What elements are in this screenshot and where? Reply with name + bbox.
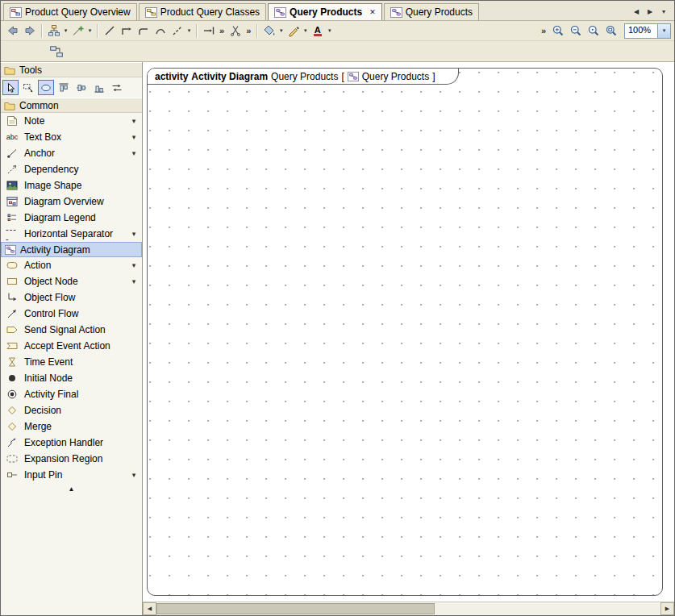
palette-item-send-signal-action[interactable]: Send Signal Action	[1, 322, 142, 338]
palette-item-time-event[interactable]: Time Event	[1, 354, 142, 370]
back-button[interactable]	[4, 23, 21, 40]
chevron-down-icon[interactable]: ▾	[130, 471, 138, 479]
palette-item-initial-node[interactable]: Initial Node	[1, 370, 142, 386]
palette-item-object-flow[interactable]: Object Flow	[1, 289, 142, 306]
diagram-surface[interactable]: activity Activity Diagram Query Products…	[143, 62, 674, 601]
curved-path-button[interactable]	[152, 23, 169, 40]
tab-query-products-active[interactable]: Query Products ✕	[268, 3, 382, 20]
palette-item-anchor[interactable]: Anchor ▾	[1, 145, 142, 161]
font-color-icon: A	[314, 26, 322, 36]
scrollbar-track[interactable]	[156, 602, 660, 615]
control-flow-icon	[6, 307, 19, 320]
related-elements-button[interactable]	[48, 43, 65, 60]
pointer-tool-button[interactable]	[2, 80, 19, 95]
tab-list-button[interactable]: ▾	[658, 6, 669, 17]
back-arrow-icon	[6, 24, 19, 37]
split-path-button[interactable]	[227, 23, 244, 40]
palette-item-label: Object Node	[24, 276, 78, 287]
chevron-down-icon[interactable]: ▾	[130, 230, 138, 238]
palette-item-dependency[interactable]: Dependency	[1, 161, 142, 177]
marquee-select-tool-button[interactable]	[20, 80, 36, 95]
scroll-left-button[interactable]: ◀	[143, 602, 156, 615]
swap-layout-tool-button[interactable]	[109, 80, 125, 95]
chevron-down-icon[interactable]: ▾	[185, 23, 193, 40]
close-tab-icon[interactable]: ✕	[369, 8, 376, 16]
zoom-actual-button[interactable]	[585, 23, 602, 40]
zoom-level-value[interactable]: 100%	[625, 24, 657, 38]
tools-section-header[interactable]: Tools	[1, 62, 142, 77]
palette-item-control-flow[interactable]: Control Flow	[1, 306, 142, 322]
chevron-down-icon[interactable]: ▾	[277, 23, 285, 40]
horizontal-scrollbar[interactable]: ◀ ▶	[143, 601, 674, 615]
tab-query-products[interactable]: Query Products	[384, 3, 479, 20]
frame-keyword: activity	[155, 71, 188, 82]
chevron-down-icon[interactable]: ▾	[302, 23, 309, 40]
overflow-chevron-icon[interactable]: »	[219, 26, 224, 35]
palette-item-diagram-legend[interactable]: Diagram Legend	[1, 210, 142, 226]
common-section-header[interactable]: Common	[1, 98, 142, 113]
tab-product-query-overview[interactable]: Product Query Overview	[3, 3, 137, 20]
palette-item-accept-event-action[interactable]: Accept Event Action	[1, 338, 142, 354]
overview-diagram-icon	[10, 6, 22, 19]
diagram-canvas: activity Activity Diagram Query Products…	[143, 62, 674, 615]
zoom-in-button[interactable]	[549, 23, 566, 40]
align-middle-tool-button[interactable]	[73, 80, 90, 95]
toolbar-separator	[41, 24, 42, 38]
overflow-chevron-icon[interactable]: »	[541, 26, 546, 35]
chevron-down-icon[interactable]: ▾	[130, 149, 138, 157]
dashed-path-button[interactable]	[169, 23, 185, 40]
overflow-chevron-icon[interactable]: »	[246, 26, 251, 35]
scrollbar-thumb[interactable]	[156, 603, 435, 614]
activity-diagram-frame[interactable]: activity Activity Diagram Query Products…	[147, 68, 663, 596]
palette-item-object-node[interactable]: Object Node ▾	[1, 273, 142, 289]
palette-item-exception-handler[interactable]: Exception Handler	[1, 435, 142, 451]
palette-item-decision[interactable]: Decision	[1, 402, 142, 418]
palette-item-activity-final[interactable]: Activity Final	[1, 386, 142, 402]
palette-item-merge[interactable]: Merge	[1, 418, 142, 435]
scroll-right-button[interactable]: ▶	[660, 602, 674, 615]
palette-item-image-shape[interactable]: Image Shape	[1, 177, 142, 194]
zoom-out-button[interactable]	[567, 23, 584, 40]
chevron-down-icon[interactable]: ▾	[326, 23, 333, 40]
palette-item-action[interactable]: Action ▾	[1, 257, 142, 273]
scroll-tabs-right-button[interactable]: ▶	[644, 6, 656, 17]
palette-item-label: Diagram Legend	[24, 212, 96, 223]
palette-scroll-up-button[interactable]: ▲	[1, 483, 142, 494]
tree-layout-button[interactable]	[45, 23, 62, 40]
chevron-down-icon[interactable]: ▾	[130, 117, 138, 125]
scroll-tabs-left-button[interactable]: ◀	[631, 6, 642, 17]
oblique-path-button[interactable]	[101, 23, 118, 40]
chevron-down-icon[interactable]: ▾	[130, 277, 138, 285]
tab-product-query-classes[interactable]: Product Query Classes	[139, 3, 266, 20]
chevron-down-icon[interactable]: ▾	[130, 133, 138, 141]
combo-dropdown-button[interactable]: ▾	[657, 24, 670, 38]
palette-item-note[interactable]: Note ▾	[1, 113, 142, 129]
activity-diagram-section-header[interactable]: Activity Diagram	[1, 242, 142, 257]
zoom-level-combobox[interactable]: 100% ▾	[624, 23, 671, 39]
oval-tool-button[interactable]	[38, 80, 54, 95]
palette-item-text-box[interactable]: abc Text Box ▾	[1, 129, 142, 145]
chevron-down-icon[interactable]: ▾	[62, 23, 69, 40]
forward-button[interactable]	[21, 23, 38, 40]
fill-color-button[interactable]	[260, 23, 277, 40]
chevron-down-icon[interactable]: ▾	[130, 261, 138, 269]
section-label: Tools	[19, 65, 42, 76]
palette-item-input-pin[interactable]: Input Pin ▾	[1, 467, 142, 483]
zoom-fit-button[interactable]	[602, 23, 619, 40]
palette-item-expansion-region[interactable]: Expansion Region	[1, 451, 142, 467]
palette-item-label: Horizontal Separator	[24, 228, 113, 239]
palette-item-horizontal-separator[interactable]: ---- Horizontal Separator ▾	[1, 226, 142, 242]
chevron-down-icon[interactable]: ▾	[86, 23, 94, 40]
align-bottom-tool-button[interactable]	[91, 80, 107, 95]
align-top-tool-button[interactable]	[56, 80, 72, 95]
forward-arrow-icon	[23, 24, 36, 37]
quick-link-button[interactable]	[69, 23, 86, 40]
activity-final-icon	[6, 388, 19, 401]
reset-path-button[interactable]	[200, 23, 217, 40]
palette-item-diagram-overview[interactable]: Diagram Overview	[1, 194, 142, 210]
frame-bracket-close: ]	[432, 71, 435, 82]
line-color-button[interactable]	[285, 23, 302, 40]
rectilinear-path-button[interactable]	[118, 23, 135, 40]
font-color-button[interactable]: A	[309, 23, 326, 40]
rounded-path-button[interactable]	[135, 23, 152, 40]
